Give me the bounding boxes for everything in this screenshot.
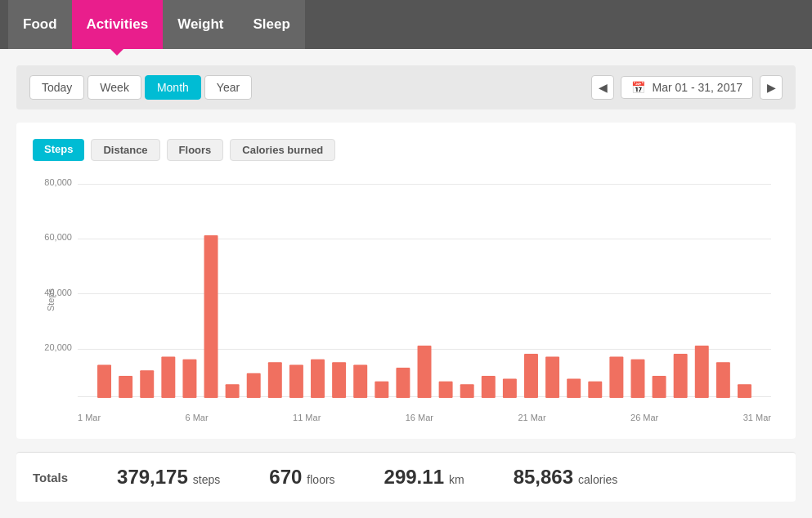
svg-rect-13 <box>375 382 388 398</box>
chart-card: Steps Distance Floors Calories burned St… <box>16 123 796 439</box>
prev-date-button[interactable]: ◀ <box>591 75 614 100</box>
svg-rect-12 <box>353 365 367 399</box>
svg-rect-7 <box>247 373 261 398</box>
total-steps-value: 379,175 <box>117 466 188 489</box>
totals-bar: Totals 379,175 steps 670 floors 299.11 k… <box>16 452 796 502</box>
svg-rect-23 <box>588 382 602 398</box>
x-axis-labels: 1 Mar 6 Mar 11 Mar 16 Mar 21 Mar 26 Mar … <box>33 413 779 422</box>
totals-label: Totals <box>33 471 68 485</box>
x-label-16mar: 16 Mar <box>406 413 433 422</box>
date-display: 📅 Mar 01 - 31, 2017 <box>621 76 753 99</box>
y-label-60000: 60,000 <box>33 232 72 242</box>
calendar-icon: 📅 <box>631 81 645 94</box>
tab-distance[interactable]: Distance <box>91 139 159 161</box>
svg-rect-9 <box>289 365 303 399</box>
svg-rect-14 <box>396 368 410 398</box>
total-calories: 85,863 calories <box>514 466 618 489</box>
svg-rect-6 <box>226 384 240 398</box>
total-steps: 379,175 steps <box>117 466 220 489</box>
svg-rect-20 <box>524 354 538 398</box>
svg-rect-24 <box>609 356 623 398</box>
total-floors-value: 670 <box>269 466 302 489</box>
svg-rect-10 <box>311 359 325 398</box>
svg-rect-4 <box>182 359 196 398</box>
svg-rect-3 <box>161 356 175 398</box>
date-range-text: Mar 01 - 31, 2017 <box>652 81 742 94</box>
y-label-40000: 40,000 <box>33 288 72 297</box>
svg-rect-26 <box>653 376 666 398</box>
x-label-31mar: 31 Mar <box>743 413 771 422</box>
svg-rect-29 <box>716 362 730 398</box>
svg-rect-8 <box>268 362 282 398</box>
period-today[interactable]: Today <box>29 75 84 100</box>
tab-floors[interactable]: Floors <box>167 139 224 161</box>
tab-steps[interactable]: Steps <box>33 139 84 161</box>
x-label-21mar: 21 Mar <box>518 413 545 422</box>
svg-rect-19 <box>503 378 517 398</box>
svg-rect-17 <box>460 384 474 398</box>
nav-weight[interactable]: Weight <box>163 0 238 49</box>
x-label-26mar: 26 Mar <box>630 413 658 422</box>
svg-rect-21 <box>545 356 559 398</box>
nav-sleep[interactable]: Sleep <box>239 0 305 49</box>
svg-rect-16 <box>439 382 453 398</box>
chart-container: Steps 80,000 60,000 40,000 20,000 1 Mar … <box>33 177 779 422</box>
y-label-80000: 80,000 <box>33 177 72 187</box>
svg-rect-30 <box>738 384 751 398</box>
period-year[interactable]: Year <box>204 75 252 100</box>
metric-tabs: Steps Distance Floors Calories burned <box>33 139 779 161</box>
main-content: Today Week Month Year ◀ 📅 Mar 01 - 31, 2… <box>0 49 812 518</box>
total-floors: 670 floors <box>269 466 334 489</box>
svg-rect-0 <box>97 365 111 399</box>
x-label-11mar: 11 Mar <box>293 413 321 422</box>
tab-calories[interactable]: Calories burned <box>230 139 335 161</box>
svg-rect-11 <box>332 362 346 398</box>
next-date-button[interactable]: ▶ <box>760 75 783 100</box>
svg-rect-28 <box>695 346 709 398</box>
svg-rect-22 <box>567 378 581 398</box>
total-distance: 299.11 km <box>384 466 464 489</box>
total-distance-value: 299.11 <box>384 466 444 489</box>
period-month[interactable]: Month <box>145 75 201 100</box>
bar-chart-svg <box>78 177 771 398</box>
svg-rect-27 <box>674 354 688 398</box>
period-week[interactable]: Week <box>87 75 141 100</box>
y-label-20000: 20,000 <box>33 342 72 352</box>
svg-rect-2 <box>140 370 154 398</box>
total-steps-unit: steps <box>193 473 220 486</box>
svg-rect-5 <box>204 235 218 398</box>
period-selector: Today Week Month Year ◀ 📅 Mar 01 - 31, 2… <box>16 65 796 109</box>
svg-rect-25 <box>630 359 644 398</box>
nav-food[interactable]: Food <box>8 0 72 49</box>
total-calories-unit: calories <box>578 473 617 486</box>
total-distance-unit: km <box>449 473 464 486</box>
nav-activities[interactable]: Activities <box>72 0 164 49</box>
date-nav: ◀ 📅 Mar 01 - 31, 2017 ▶ <box>591 75 783 100</box>
total-floors-unit: floors <box>307 473 334 486</box>
svg-rect-1 <box>119 376 132 398</box>
x-label-1mar: 1 Mar <box>78 413 101 422</box>
svg-rect-18 <box>482 376 496 398</box>
top-nav: Food Activities Weight Sleep <box>0 0 812 49</box>
x-label-6mar: 6 Mar <box>186 413 209 422</box>
total-calories-value: 85,863 <box>514 466 573 489</box>
period-buttons: Today Week Month Year <box>29 75 252 100</box>
svg-rect-15 <box>418 346 432 398</box>
